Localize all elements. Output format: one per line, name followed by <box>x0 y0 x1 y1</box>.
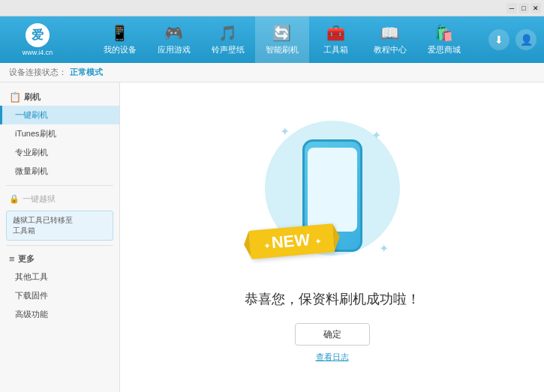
sidebar-section-flash-label: 刷机 <box>24 91 41 103</box>
sparkle-3: ✦ <box>379 241 389 256</box>
maximize-button[interactable]: □ <box>518 3 529 13</box>
nav-toolbox[interactable]: 🧰 工具箱 <box>309 16 363 63</box>
nav-smart-flash-label: 智能刷机 <box>266 44 299 55</box>
sparkle-1: ✦ <box>280 124 290 139</box>
new-badge-stars-bottom: ✦ <box>314 238 320 247</box>
phone-screen <box>308 148 357 232</box>
conn-value: 正常模式 <box>70 67 103 78</box>
sidebar-divider-1 <box>6 185 113 186</box>
nav-tutorial-label: 教程中心 <box>374 44 407 55</box>
main-area: 📋 刷机 一键刷机 iTunes刷机 专业刷机 微量刷机 🔒 一键越狱 越狱工具… <box>0 82 544 392</box>
log-link[interactable]: 查看日志 <box>316 352 349 363</box>
nav-toolbox-label: 工具箱 <box>323 44 348 55</box>
minimize-button[interactable]: ─ <box>506 3 517 13</box>
sidebar-note-jailbreak: 越狱工具已转移至工具箱 <box>6 211 113 241</box>
nav-my-device[interactable]: 📱 我的设备 <box>93 16 147 63</box>
sidebar-item-pro[interactable]: 专业刷机 <box>0 143 119 162</box>
app-game-icon: 🎮 <box>164 24 183 42</box>
sidebar-divider-2 <box>6 245 113 246</box>
sidebar-item-itunes[interactable]: iTunes刷机 <box>0 124 119 143</box>
sidebar-section-flash: 📋 刷机 <box>0 88 119 106</box>
sidebar-item-micro[interactable]: 微量刷机 <box>0 162 119 181</box>
nav-app-game-label: 应用游戏 <box>158 44 191 55</box>
nav-mall[interactable]: 🛍️ 爱思商城 <box>417 16 471 63</box>
sidebar-item-download-fw[interactable]: 下载固件 <box>0 286 119 305</box>
title-bar: ─ □ ✕ <box>0 0 544 16</box>
download-button[interactable]: ⬇ <box>488 29 509 50</box>
sidebar-section-more-label: 更多 <box>18 253 35 265</box>
content-area: ✦ ✦ ✦ ✦ NEW ✦ 恭喜您，保资料刷机成功啦！ 确定 查看日志 <box>120 82 544 392</box>
sidebar-item-other-tools[interactable]: 其他工具 <box>0 268 119 286</box>
header: 爱 www.i4.cn 📱 我的设备 🎮 应用游戏 🎵 铃声壁纸 🔄 智能刷机 … <box>0 16 544 63</box>
lock-icon: 🔒 <box>9 194 20 204</box>
logo-url: www.i4.cn <box>23 49 53 56</box>
user-button[interactable]: 👤 <box>515 29 536 50</box>
ringtone-icon: 🎵 <box>218 24 237 42</box>
header-actions: ⬇ 👤 <box>488 29 544 50</box>
sidebar-section-more: ≡ 更多 <box>0 250 119 268</box>
content-wrapper: ✦ ✦ ✦ ✦ NEW ✦ 恭喜您，保资料刷机成功啦！ 确定 查看日志 <box>120 82 544 392</box>
more-section-icon: ≡ <box>9 253 15 265</box>
flash-section-icon: 📋 <box>9 91 21 103</box>
conn-label: 设备连接状态： <box>9 67 67 78</box>
confirm-button[interactable]: 确定 <box>295 323 370 346</box>
new-badge-text: NEW <box>270 230 310 252</box>
connection-bar: 设备连接状态： 正常模式 <box>0 63 544 82</box>
nav-ringtone[interactable]: 🎵 铃声壁纸 <box>201 16 255 63</box>
toolbox-icon: 🧰 <box>326 24 345 42</box>
sidebar-item-one-click[interactable]: 一键刷机 <box>0 106 119 124</box>
success-message: 恭喜您，保资料刷机成功啦！ <box>245 290 420 308</box>
logo-icon: 爱 <box>26 23 50 47</box>
nav-bar: 📱 我的设备 🎮 应用游戏 🎵 铃声壁纸 🔄 智能刷机 🧰 工具箱 📖 教程中心… <box>75 16 488 63</box>
mall-icon: 🛍️ <box>434 24 453 42</box>
nav-smart-flash[interactable]: 🔄 智能刷机 <box>255 16 309 63</box>
sidebar: 📋 刷机 一键刷机 iTunes刷机 专业刷机 微量刷机 🔒 一键越狱 越狱工具… <box>0 82 120 392</box>
phone-illustration: ✦ ✦ ✦ ✦ NEW ✦ <box>257 113 407 278</box>
sidebar-locked-jailbreak: 🔒 一键越狱 <box>0 190 119 208</box>
nav-my-device-label: 我的设备 <box>104 44 137 55</box>
logo-area[interactable]: 爱 www.i4.cn <box>0 17 75 62</box>
close-button[interactable]: ✕ <box>530 3 541 13</box>
nav-ringtone-label: 铃声壁纸 <box>212 44 245 55</box>
my-device-icon: 📱 <box>110 24 129 42</box>
sidebar-item-advanced[interactable]: 高级功能 <box>0 305 119 324</box>
smart-flash-icon: 🔄 <box>272 24 291 42</box>
new-badge-stars-top: ✦ <box>263 241 272 250</box>
nav-mall-label: 爱思商城 <box>428 44 461 55</box>
sparkle-2: ✦ <box>371 128 381 142</box>
nav-app-game[interactable]: 🎮 应用游戏 <box>147 16 201 63</box>
tutorial-icon: 📖 <box>380 24 399 42</box>
nav-tutorial[interactable]: 📖 教程中心 <box>363 16 417 63</box>
